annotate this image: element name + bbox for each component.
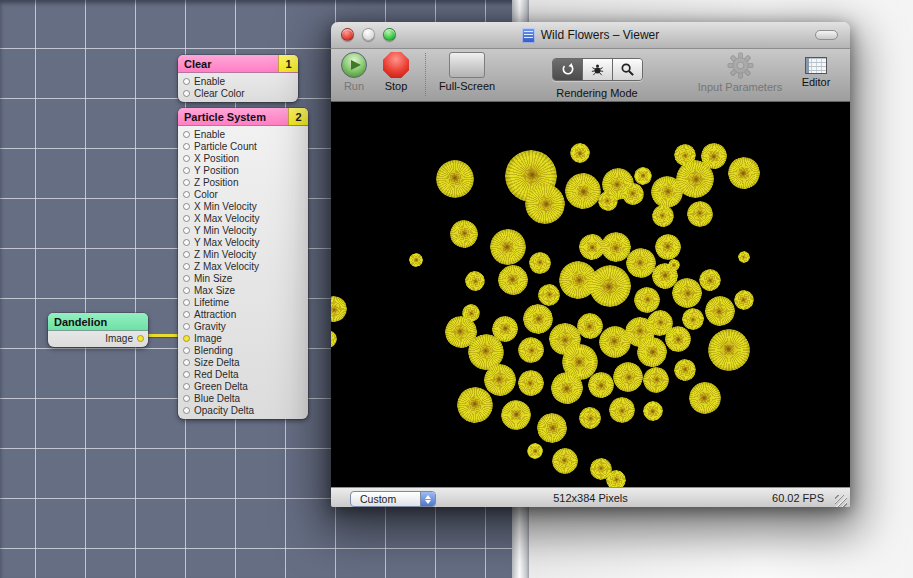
fullscreen-button[interactable]: Full-Screen	[427, 52, 507, 92]
port-dot[interactable]	[183, 143, 190, 150]
port-label: Z Min Velocity	[194, 249, 256, 260]
port-dot[interactable]	[183, 251, 190, 258]
output-port-dot[interactable]	[137, 335, 144, 342]
port-row[interactable]: Z Max Velocity	[178, 260, 308, 272]
port-dot[interactable]	[183, 78, 190, 85]
node-particle-system[interactable]: Particle System 2 EnableParticle CountX …	[178, 108, 308, 419]
port-dot[interactable]	[183, 131, 190, 138]
toolbar: Run Stop Full-Screen	[331, 49, 850, 102]
port-row[interactable]: Enable	[178, 75, 298, 87]
port-row[interactable]: Clear Color	[178, 87, 298, 99]
port-dot[interactable]	[183, 287, 190, 294]
editor-button[interactable]: Editor	[791, 52, 841, 88]
port-row[interactable]: Color	[178, 188, 308, 200]
port-row[interactable]: Blending	[178, 344, 308, 356]
node-particle-system-header[interactable]: Particle System 2	[178, 108, 308, 126]
port-row[interactable]: Size Delta	[178, 356, 308, 368]
status-bar: Custom 512x384 Pixels 60.02 FPS	[331, 487, 850, 507]
dandelion-particle	[639, 363, 674, 398]
port-row[interactable]: Opacity Delta	[178, 404, 308, 416]
rendering-mode-profile-button[interactable]	[613, 59, 642, 80]
dandelion-particle	[445, 214, 484, 253]
port-dot[interactable]	[183, 167, 190, 174]
port-label: Size Delta	[194, 357, 240, 368]
dandelion-particle	[461, 267, 489, 295]
port-dot[interactable]	[183, 407, 190, 414]
node-dandelion[interactable]: Dandelion Image	[48, 313, 148, 347]
port-row[interactable]: X Position	[178, 152, 308, 164]
node-clear-header[interactable]: Clear 1	[178, 55, 298, 73]
port-dot[interactable]	[183, 191, 190, 198]
port-dot[interactable]	[183, 335, 190, 342]
port-dot[interactable]	[183, 347, 190, 354]
rendering-mode-debug-button[interactable]	[583, 59, 613, 80]
port-dot[interactable]	[183, 311, 190, 318]
node-title: Particle System	[178, 111, 288, 123]
dandelion-particle	[436, 160, 474, 198]
port-row[interactable]: Image	[48, 332, 148, 345]
port-row[interactable]: X Min Velocity	[178, 200, 308, 212]
port-row[interactable]: Green Delta	[178, 380, 308, 392]
node-clear[interactable]: Clear 1 EnableClear Color	[178, 55, 298, 102]
dandelion-particle	[639, 397, 667, 425]
rendering-mode-normal-button[interactable]	[553, 59, 583, 80]
port-row[interactable]: Z Min Velocity	[178, 248, 308, 260]
port-dot[interactable]	[183, 203, 190, 210]
port-row[interactable]: Image	[178, 332, 308, 344]
dandelion-particle	[546, 442, 583, 479]
port-label: Attraction	[194, 309, 236, 320]
port-dot[interactable]	[183, 263, 190, 270]
dandelion-particle	[568, 142, 591, 165]
toolbar-separator	[425, 53, 426, 96]
port-label: Color	[194, 189, 218, 200]
editor-icon	[805, 57, 827, 74]
titlebar[interactable]: Wild Flowers – Viewer	[331, 22, 850, 49]
stop-button[interactable]: Stop	[376, 52, 416, 92]
port-dot[interactable]	[183, 215, 190, 222]
node-dandelion-header[interactable]: Dandelion	[48, 313, 148, 331]
port-dot[interactable]	[183, 359, 190, 366]
port-row[interactable]: Y Min Velocity	[178, 224, 308, 236]
port-row[interactable]: Particle Count	[178, 140, 308, 152]
port-dot[interactable]	[183, 395, 190, 402]
gear-icon	[727, 52, 754, 79]
run-label: Run	[344, 80, 364, 92]
input-parameters-button[interactable]: Input Parameters	[685, 52, 795, 93]
port-dot[interactable]	[183, 275, 190, 282]
port-row[interactable]: Max Size	[178, 284, 308, 296]
port-dot[interactable]	[183, 299, 190, 306]
port-label: Y Min Velocity	[194, 225, 257, 236]
port-row[interactable]: Z Position	[178, 176, 308, 188]
port-label: Green Delta	[194, 381, 248, 392]
port-row[interactable]: Enable	[178, 128, 308, 140]
port-label: Opacity Delta	[194, 405, 254, 416]
dandelion-particle	[526, 442, 544, 460]
port-dot[interactable]	[183, 371, 190, 378]
port-label: Enable	[194, 76, 225, 87]
dandelion-particle	[723, 152, 764, 193]
dandelion-particle	[523, 183, 566, 226]
port-dot[interactable]	[183, 90, 190, 97]
node-badge: 2	[288, 108, 308, 125]
port-row[interactable]: Lifetime	[178, 296, 308, 308]
port-row[interactable]: Gravity	[178, 320, 308, 332]
toolbar-toggle-button[interactable]	[815, 30, 838, 40]
port-dot[interactable]	[183, 227, 190, 234]
port-dot[interactable]	[183, 155, 190, 162]
port-dot[interactable]	[183, 179, 190, 186]
port-dot[interactable]	[183, 239, 190, 246]
port-row[interactable]: X Max Velocity	[178, 212, 308, 224]
stop-icon	[383, 52, 409, 78]
port-row[interactable]: Y Position	[178, 164, 308, 176]
port-dot[interactable]	[183, 383, 190, 390]
resize-grip-icon[interactable]	[835, 495, 847, 507]
port-row[interactable]: Red Delta	[178, 368, 308, 380]
node-particle-system-ports: EnableParticle CountX PositionY Position…	[178, 126, 308, 419]
port-row[interactable]: Attraction	[178, 308, 308, 320]
run-button[interactable]: Run	[334, 52, 374, 92]
port-dot[interactable]	[183, 323, 190, 330]
port-row[interactable]: Blue Delta	[178, 392, 308, 404]
fullscreen-label: Full-Screen	[439, 80, 495, 92]
port-row[interactable]: Y Max Velocity	[178, 236, 308, 248]
port-row[interactable]: Min Size	[178, 272, 308, 284]
